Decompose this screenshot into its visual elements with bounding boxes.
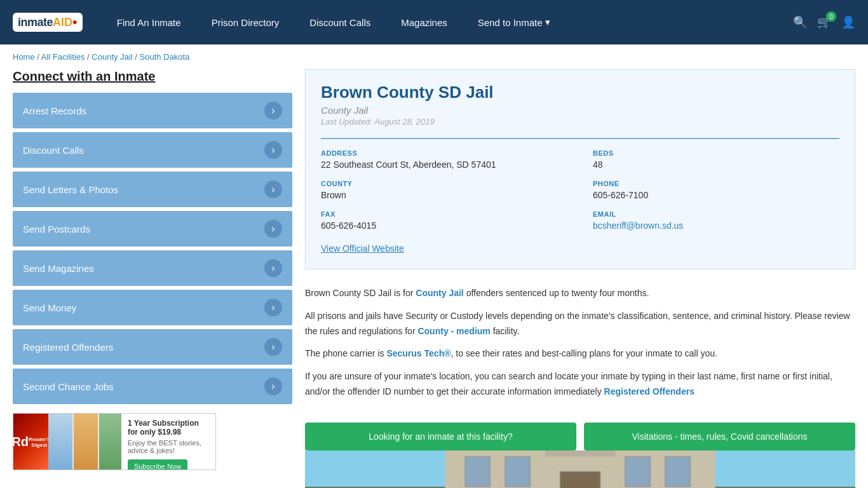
fax-label: FAX [321,210,567,218]
user-button[interactable]: 👤 [841,15,855,29]
logo-icon: • [72,15,78,29]
website-link[interactable]: View Official Website [321,243,404,254]
address-value: 22 Southeast Court St, Aberdeen, SD 5740… [321,159,567,170]
visitations-button[interactable]: Visitations - times, rules, Covid cancel… [584,423,855,451]
navbar: inmate AID • Find An Inmate Prison Direc… [0,0,868,44]
ad-subtitle: Enjoy the BEST stories, advice & jokes! [128,439,209,454]
sidebar-item-second-chance-jobs[interactable]: Second Chance Jobs › [13,369,292,404]
sidebar-item-send-magazines[interactable]: Send Magazines › [13,250,292,286]
logo-text: inmate [18,16,53,29]
search-button[interactable]: 🔍 [793,15,807,29]
desc-para4: If you are unsure of your inmate's locat… [305,369,855,400]
sidebar-item-label: Discount Calls [23,145,84,156]
nav-find-inmate[interactable]: Find An Inmate [102,0,196,44]
svg-rect-7 [545,451,615,457]
county-label: COUNTY [321,180,567,187]
nav-discount-calls[interactable]: Discount Calls [294,0,386,44]
breadcrumb-south-dakota[interactable]: South Dakota [139,52,189,62]
arrow-icon: › [264,220,282,238]
arrow-icon: › [264,259,282,277]
fax-value: 605-626-4015 [321,220,567,231]
sidebar-item-registered-offenders[interactable]: Registered Offenders › [13,329,292,365]
building-svg [305,451,855,488]
desc-para2: All prisons and jails have Security or C… [305,309,855,339]
sidebar-item-send-money[interactable]: Send Money › [13,290,292,325]
facility-image [305,451,855,488]
cart-button[interactable]: 🛒 0 [817,15,831,29]
sidebar-item-send-letters[interactable]: Send Letters & Photos › [13,172,292,207]
sidebar-title: Connect with an Inmate [13,69,292,84]
sidebar: Connect with an Inmate Arrest Records › … [13,69,292,488]
action-buttons: Looking for an inmate at this facility? … [305,423,855,451]
sidebar-item-label: Registered Offenders [23,342,113,353]
facility-name: Brown County SD Jail [321,83,839,102]
svg-rect-11 [465,457,490,487]
chevron-down-icon: ▾ [545,17,550,28]
sidebar-item-send-postcards[interactable]: Send Postcards › [13,211,292,247]
main-content: Connect with an Inmate Arrest Records › … [0,69,868,488]
sidebar-item-label: Send Postcards [23,224,90,234]
ad-subscribe-button[interactable]: Subscribe Now [128,459,187,470]
sidebar-item-label: Send Magazines [23,263,94,274]
registered-offenders-link[interactable]: Registered Offenders [604,386,695,396]
cart-badge: 0 [826,11,836,22]
email-link[interactable]: bcsheriff@brown.sd.us [593,220,683,231]
phone-value: 605-626-7100 [593,190,839,200]
sidebar-item-label: Send Money [23,302,76,313]
county-medium-link[interactable]: County - medium [417,326,490,336]
ad-banner[interactable]: Rd Reader's Digest 1 Year Subscription f… [13,413,216,470]
logo[interactable]: inmate AID • [13,13,83,32]
svg-rect-15 [560,471,600,488]
arrow-icon: › [264,141,282,159]
address-label: ADDRESS [321,149,567,157]
facility-details: ADDRESS 22 Southeast Court St, Aberdeen,… [321,138,839,254]
nav-prison-directory[interactable]: Prison Directory [196,0,295,44]
svg-rect-14 [665,457,690,487]
sidebar-item-label: Arrest Records [23,105,86,116]
beds-value: 48 [593,159,839,170]
breadcrumb: Home / All Facilities / County Jail / So… [0,44,868,69]
svg-rect-13 [625,457,650,487]
sidebar-item-arrest-records[interactable]: Arrest Records › [13,93,292,128]
right-content: Brown County SD Jail County Jail Last Up… [305,69,855,488]
facility-card: Brown County SD Jail County Jail Last Up… [305,69,855,269]
county-jail-link[interactable]: County Jail [416,288,463,298]
email-value: bcsheriff@brown.sd.us [593,220,839,231]
breadcrumb-all-facilities[interactable]: All Facilities [41,52,85,62]
securus-link[interactable]: Securus Tech® [386,348,451,358]
phone-label: PHONE [593,180,839,187]
sidebar-item-discount-calls[interactable]: Discount Calls › [13,132,292,168]
sidebar-item-label: Send Letters & Photos [23,184,118,195]
arrow-icon: › [264,299,282,316]
nav-magazines[interactable]: Magazines [386,0,463,44]
email-label: EMAIL [593,210,839,218]
arrow-icon: › [264,102,282,119]
beds-label: BEDS [593,149,839,157]
breadcrumb-county-jail[interactable]: County Jail [92,52,132,62]
desc-para1: Brown County SD Jail is for County Jail … [305,286,855,301]
ad-title: 1 Year Subscription for only $19.98 [128,419,209,437]
facility-last-updated: Last Updated: August 28, 2019 [321,117,839,126]
arrow-icon: › [264,338,282,356]
arrow-icon: › [264,377,282,395]
arrow-icon: › [264,180,282,198]
facility-type: County Jail [321,105,839,116]
description: Brown County SD Jail is for County Jail … [305,280,855,414]
inmate-lookup-button[interactable]: Looking for an inmate at this facility? [305,423,576,451]
desc-para3: The phone carrier is Securus Tech®, to s… [305,346,855,362]
svg-rect-12 [505,457,530,487]
county-value: Brown [321,190,567,200]
nav-send-to-inmate[interactable]: Send to Inmate ▾ [463,0,566,44]
breadcrumb-home[interactable]: Home [13,52,35,62]
nav-links: Find An Inmate Prison Directory Discount… [102,0,793,44]
logo-aid: AID [53,16,72,29]
nav-icons: 🔍 🛒 0 👤 [793,15,855,29]
sidebar-item-label: Second Chance Jobs [23,381,114,392]
